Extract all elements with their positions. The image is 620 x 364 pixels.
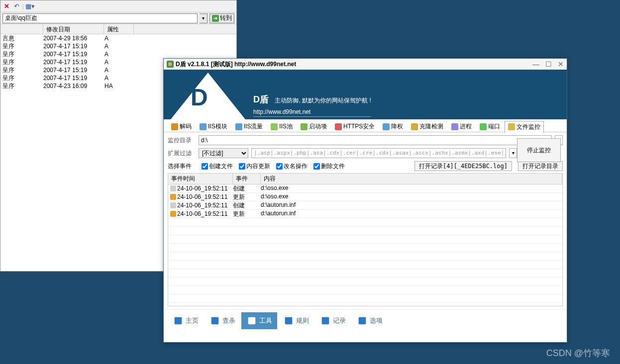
tab-icon: [171, 123, 178, 130]
empty-row: [168, 269, 562, 277]
tab-icon: [335, 123, 342, 130]
col-content[interactable]: 内容: [261, 174, 562, 184]
dropdown-icon[interactable]: ▾: [200, 13, 207, 23]
event-table[interactable]: 事件时间 事件 内容 24-10-06_19:52:11创建d:\oso.exe…: [168, 173, 563, 306]
tab-icon: [235, 123, 242, 130]
empty-row: [168, 261, 562, 269]
nav-icon: [173, 315, 184, 326]
banner-url: http://www.d99net.net: [253, 108, 371, 117]
file-row[interactable]: 言息2007-4-29 18:56A: [0, 34, 236, 42]
title-bar: D D盾 v2.1.8.1 [测试版] http://www.d99net.ne…: [164, 59, 567, 70]
chk-create[interactable]: 创建文件: [202, 162, 233, 171]
tab-10[interactable]: 文件监控: [505, 121, 544, 133]
dir-input[interactable]: [199, 135, 552, 145]
tab-7[interactable]: 克隆检测: [408, 120, 447, 133]
col-modified[interactable]: 修改日期: [43, 24, 104, 34]
tab-8[interactable]: 进程: [448, 120, 475, 133]
svg-rect-2: [248, 317, 256, 324]
tab-bar: 解码IIS模块IIS流量IIS池启动项HTTPS安全降权克隆检测进程端口文件监控: [164, 119, 567, 132]
window-title: D盾 v2.1.8.1 [测试版] http://www.d99net.net: [176, 60, 532, 69]
dropdown-icon[interactable]: ▾: [509, 148, 517, 158]
tab-icon: [383, 123, 390, 130]
event-row[interactable]: 24-10-06_19:52:11更新d:\autorun.inf: [168, 210, 562, 218]
ext-list-display: |.asp|.aspx|.php|.asa|.cdx|.cer|.cre|.cd…: [251, 148, 506, 158]
nav-记录[interactable]: 记录: [315, 312, 351, 329]
minimize-button[interactable]: —: [532, 60, 539, 68]
nav-icon: [283, 315, 294, 326]
empty-row: [168, 252, 562, 261]
svg-rect-1: [211, 317, 219, 324]
go-button[interactable]: ➜ 转到: [209, 13, 234, 23]
svg-rect-0: [175, 317, 182, 324]
svg-rect-4: [322, 317, 329, 324]
col-name[interactable]: [0, 24, 43, 34]
ext-select[interactable]: [不过滤]: [199, 148, 248, 158]
tab-6[interactable]: 降权: [379, 120, 407, 133]
col-attr[interactable]: 属性: [104, 24, 134, 34]
tab-content: 监控目录 ▾ 扩展过滤 [不过滤] |.asp|.aspx|.php|.asa|…: [164, 132, 567, 309]
tab-1[interactable]: IIS模块: [196, 120, 231, 133]
tab-icon: [480, 123, 487, 130]
address-bar: ▾ ➜ 转到: [0, 12, 236, 24]
nav-主页[interactable]: 主页: [168, 312, 204, 329]
logo: D: [171, 73, 245, 119]
watermark: CSDN @竹等寒: [546, 347, 610, 359]
tab-9[interactable]: 端口: [476, 120, 504, 133]
dshield-window[interactable]: D D盾 v2.1.8.1 [测试版] http://www.d99net.ne…: [163, 58, 567, 343]
empty-row: [168, 277, 562, 286]
event-table-header: 事件时间 事件 内容: [168, 174, 562, 184]
tab-icon: [301, 123, 308, 130]
explorer-toolbar: ✕ ↶ | ▦▾: [0, 0, 236, 12]
file-row[interactable]: 呈序2007-4-17 15:19A: [0, 50, 236, 58]
tab-2[interactable]: IIS流量: [232, 120, 267, 133]
stop-monitor-button[interactable]: 停止监控: [517, 138, 561, 162]
empty-row: [168, 244, 562, 252]
tab-0[interactable]: 解码: [168, 120, 195, 133]
nav-icon: [209, 315, 220, 326]
chk-update[interactable]: 内容更新: [239, 162, 270, 171]
tab-5[interactable]: HTTPS安全: [331, 120, 378, 133]
dir-label: 监控目录: [168, 136, 196, 145]
empty-row: [168, 218, 562, 227]
undo-icon[interactable]: ↶: [12, 2, 20, 10]
svg-rect-5: [359, 317, 366, 324]
nav-规则[interactable]: 规则: [278, 312, 314, 329]
tab-4[interactable]: 启动项: [297, 120, 330, 133]
empty-row: [168, 286, 562, 294]
chk-rename[interactable]: 改名操作: [276, 162, 308, 171]
tab-icon: [271, 123, 278, 130]
calendar-icon[interactable]: ▦▾: [26, 2, 34, 10]
nav-查杀[interactable]: 查杀: [205, 312, 240, 329]
arrow-icon: ➜: [212, 15, 219, 22]
chk-delete[interactable]: 删除文件: [313, 162, 345, 171]
nav-选项[interactable]: 选项: [352, 312, 388, 329]
event-row[interactable]: 24-10-06_19:52:11创建d:\autorun.inf: [168, 201, 562, 210]
event-row[interactable]: 24-10-06_19:52:11创建d:\oso.exe: [168, 184, 562, 193]
nav-icon: [357, 315, 368, 326]
close-icon[interactable]: ✕: [2, 2, 10, 10]
tab-3[interactable]: IIS池: [267, 120, 296, 133]
go-label: 转到: [220, 14, 232, 22]
file-row[interactable]: 呈序2007-4-17 15:19A: [0, 42, 236, 50]
nav-工具[interactable]: 工具: [241, 312, 277, 329]
event-row[interactable]: 24-10-06_19:52:11更新d:\oso.exe: [168, 193, 562, 201]
open-log-button[interactable]: 打开记录[4][_4EDE25BC.log]: [414, 161, 512, 171]
banner: D D盾 主动防御, 默默为你的网站保驾护航 ! http://www.d99n…: [164, 70, 567, 119]
empty-row: [168, 303, 562, 306]
svg-rect-3: [285, 317, 293, 324]
open-log-dir-button[interactable]: 打开记录目录: [518, 161, 563, 171]
col-time[interactable]: 事件时间: [168, 174, 233, 184]
bottom-nav: 主页查杀工具规则记录选项: [164, 309, 567, 331]
tab-icon: [508, 123, 515, 130]
address-input[interactable]: [2, 13, 198, 23]
maximize-button[interactable]: ☐: [545, 60, 552, 68]
tab-icon: [451, 123, 458, 130]
close-button[interactable]: ✕: [558, 60, 564, 68]
banner-title: D盾: [253, 94, 269, 104]
banner-subtitle: 主动防御, 默默为你的网站保驾护航 !: [275, 97, 371, 104]
separator: |: [22, 3, 24, 10]
ext-label: 扩展过滤: [168, 149, 196, 158]
column-headers: 修改日期 属性: [0, 24, 236, 34]
col-event[interactable]: 事件: [233, 174, 261, 184]
tab-icon: [411, 123, 418, 130]
